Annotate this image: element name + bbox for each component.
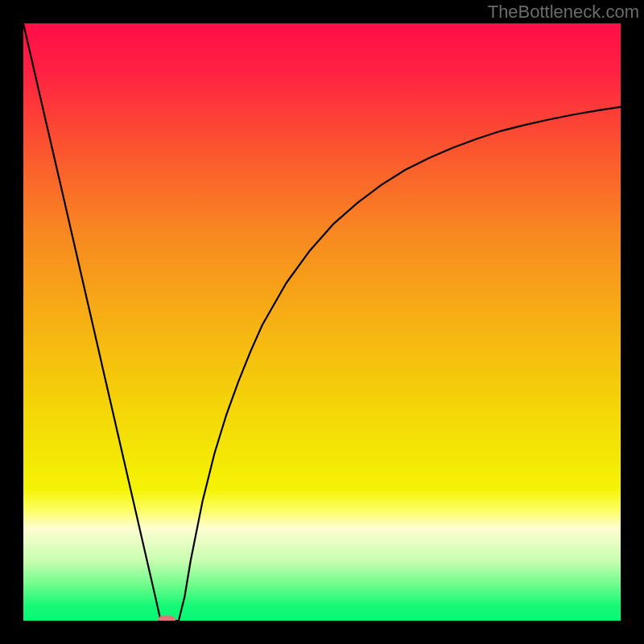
chart-frame: TheBottleneck.com [0, 0, 644, 644]
plot-area [23, 23, 621, 621]
bottleneck-curve [23, 23, 621, 621]
curve-layer [23, 23, 621, 621]
minimum-marker [158, 616, 175, 621]
watermark-label: TheBottleneck.com [488, 2, 639, 23]
